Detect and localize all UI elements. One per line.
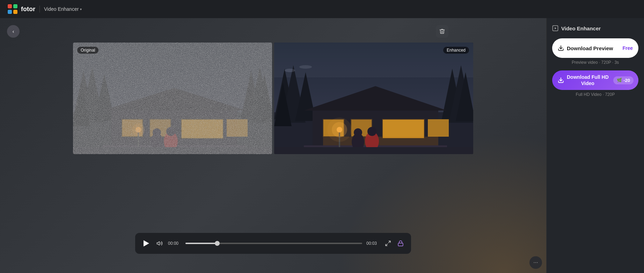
download-hd-icon [558,77,564,83]
original-scene-svg [73,43,272,154]
playback-controls: 00:00 00:03 [135,233,411,254]
video-panels: Original [69,43,477,154]
panel-title: Video Enhancer [561,25,601,31]
video-enhancer-panel-icon [552,25,558,31]
svg-marker-74 [555,27,557,29]
original-label: Original [77,47,98,54]
svg-rect-1 [8,4,12,8]
panel-header: Video Enhancer [552,25,638,33]
play-icon [144,240,149,247]
free-badge: Free [622,45,633,51]
enhanced-scene-svg [274,43,473,154]
volume-button[interactable] [155,239,164,248]
video-area: ‹ Original [0,18,546,273]
chevron-down-icon: ▾ [80,7,82,11]
download-hd-section: Download Full HD Video 🌿 -20 Full HD Vid… [552,70,638,97]
progress-thumb [215,241,220,246]
right-panel: Video Enhancer Download Preview Free Pre… [546,18,644,273]
download-preview-section: Download Preview Free Preview video · 72… [552,38,638,65]
header-divider [39,6,40,13]
coin-cost-badge: 🌿 -20 [613,76,634,84]
hd-subtitle: Full HD Video · 720P [552,92,638,97]
time-total: 00:03 [366,241,380,246]
time-current: 00:00 [168,241,181,246]
svg-rect-2 [13,4,17,8]
svg-line-70 [389,241,390,243]
progress-fill [185,243,217,244]
progress-bar[interactable] [185,243,362,244]
download-hd-button[interactable]: Download Full HD Video 🌿 -20 [552,70,638,90]
download-preview-label: Download Preview [567,45,613,51]
delete-button[interactable] [436,25,448,38]
app-header: fotor Video Enhancer ▾ [0,0,644,18]
logo[interactable]: fotor [7,3,35,15]
fullscreen-button[interactable] [384,239,392,248]
tool-label: Video Enhancer [44,6,79,12]
main-content: ‹ Original [0,18,644,273]
svg-marker-69 [157,242,160,245]
leaf-icon: 🌿 [617,78,622,83]
back-button[interactable]: ‹ [7,25,20,38]
svg-rect-72 [398,243,403,246]
fotor-logo-icon [7,3,18,15]
svg-rect-68 [274,43,473,154]
download-preview-left: Download Preview [558,45,613,51]
enhanced-label: Enhanced [443,47,469,54]
svg-line-71 [386,244,387,246]
more-options-button[interactable]: ··· [529,256,542,269]
download-preview-icon [558,45,564,51]
enhanced-video-panel: Enhanced [274,43,473,154]
back-arrow-icon: ‹ [13,29,14,34]
volume-icon [156,240,163,247]
tool-selector[interactable]: Video Enhancer ▾ [44,6,82,12]
download-hd-left: Download Full HD Video [558,74,609,86]
coin-cost: -20 [623,78,630,83]
svg-rect-33 [73,43,272,154]
original-video-panel: Original [73,43,272,154]
lock-icon [397,240,404,247]
svg-rect-4 [13,10,17,14]
fullscreen-icon [385,240,391,247]
svg-rect-3 [8,10,12,14]
download-preview-button[interactable]: Download Preview Free [552,38,638,58]
logo-text: fotor [21,6,35,13]
more-icon: ··· [533,259,538,266]
download-hd-label: Download Full HD Video [567,74,609,86]
trash-icon [439,28,445,35]
play-button[interactable] [141,238,151,248]
preview-subtitle: Preview video · 720P · 3s [552,60,638,65]
lock-button[interactable] [396,239,405,248]
